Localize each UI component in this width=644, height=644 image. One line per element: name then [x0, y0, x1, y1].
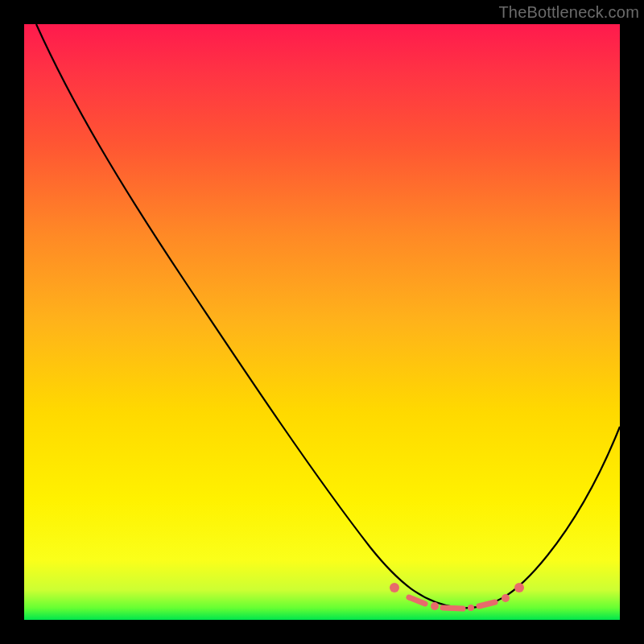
bottleneck-curve [36, 24, 620, 608]
marker-dot [514, 583, 524, 592]
marker-dot [502, 594, 510, 602]
marker-dash [443, 608, 463, 609]
marker-dash [409, 597, 425, 604]
chart-frame: TheBottleneck.com [0, 0, 644, 644]
plot-area [24, 24, 620, 620]
marker-dot [468, 605, 474, 611]
marker-dash [479, 602, 495, 606]
marker-dot [431, 602, 439, 610]
chart-svg [24, 24, 620, 620]
watermark-text: TheBottleneck.com [498, 3, 639, 22]
marker-dot [390, 583, 399, 592]
